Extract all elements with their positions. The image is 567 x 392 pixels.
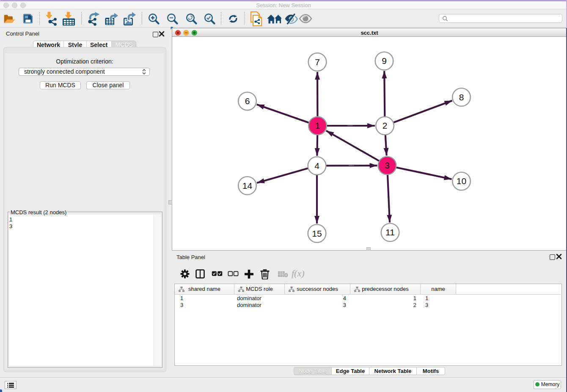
svg-text:9: 9: [382, 56, 387, 66]
svg-text:8: 8: [459, 92, 464, 102]
svg-text:6: 6: [245, 96, 250, 106]
svg-text:7: 7: [315, 57, 320, 67]
svg-text:10: 10: [457, 176, 466, 186]
svg-text:1: 1: [315, 121, 320, 130]
svg-text:14: 14: [242, 181, 253, 190]
svg-text:4: 4: [314, 161, 319, 171]
svg-text:11: 11: [385, 227, 395, 237]
svg-text:15: 15: [312, 229, 322, 238]
svg-text:3: 3: [385, 160, 390, 170]
svg-text:2: 2: [383, 121, 388, 130]
